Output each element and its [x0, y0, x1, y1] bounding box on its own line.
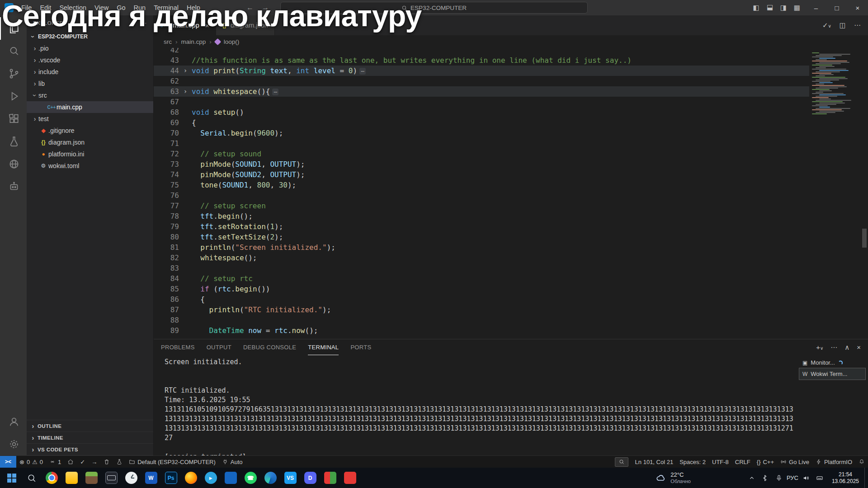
tray-chevron-up-icon[interactable] — [745, 468, 759, 488]
menu-file[interactable]: File — [17, 2, 36, 13]
code-line-89[interactable]: 89 DateTime now = rtc.now(); — [154, 325, 809, 336]
eol-indicator[interactable]: CRLF — [732, 456, 754, 468]
close-tab-icon[interactable]: × — [205, 22, 209, 29]
breadcrumb-symbol[interactable]: loop() — [224, 38, 240, 45]
code-line-63[interactable]: 63›void whitespace(){⋯ — [154, 86, 809, 97]
activitybar-search[interactable] — [0, 40, 27, 62]
activitybar-explorer[interactable] — [0, 17, 27, 40]
code-line-43[interactable]: 43//this function is as same as the last… — [154, 55, 809, 66]
code-line-85[interactable]: 85 if (rtc.begin()) — [154, 284, 809, 294]
indentation-indicator[interactable]: Spaces: 2 — [676, 456, 709, 468]
code-line-87[interactable]: 87 println("RTC initialized."); — [154, 305, 809, 315]
nav-forward-icon[interactable]: → — [262, 4, 269, 12]
editor-more-actions-icon[interactable]: ⋯ — [854, 21, 861, 29]
activitybar-testing[interactable] — [0, 130, 27, 153]
remote-indicator[interactable]: >< — [0, 456, 16, 468]
menu-edit[interactable]: Edit — [36, 2, 55, 13]
new-terminal-icon[interactable]: +∨ — [816, 343, 823, 351]
code-line-62[interactable]: 62 — [154, 76, 809, 86]
code-line-77[interactable]: 77 // setup screen — [154, 201, 809, 211]
code-line-88[interactable]: 88 — [154, 315, 809, 325]
notifications-bell[interactable] — [855, 456, 868, 468]
language-mode[interactable]: {} C++ — [754, 456, 777, 468]
taskbar-app-discord[interactable]: D — [300, 468, 320, 488]
pio-build-check-icon[interactable]: ✓∨ — [822, 21, 831, 29]
panel-tab-output[interactable]: OUTPUT — [207, 339, 231, 355]
activitybar-accounts[interactable] — [0, 410, 27, 433]
taskbar-app-app-green-red[interactable] — [320, 468, 340, 488]
code-line-44[interactable]: 44›void print(String text, int level = 0… — [154, 66, 809, 76]
code-line-70[interactable]: 70 Serial.begin(9600); — [154, 128, 809, 138]
customize-layout-icon[interactable]: ▦ — [794, 4, 800, 12]
code-line-69[interactable]: 69{ — [154, 117, 809, 128]
problems-indicator[interactable]: ⊗0 ⚠0 — [16, 456, 46, 468]
breadcrumb-file[interactable]: main.cpp — [181, 38, 206, 45]
breadcrumb-src[interactable]: src — [164, 38, 172, 45]
weather-widget[interactable]: 22°C Облачно — [656, 471, 691, 485]
menu-terminal[interactable]: Terminal — [150, 2, 183, 13]
nav-back-icon[interactable]: ← — [246, 4, 254, 12]
cursor-position[interactable]: Ln 101, Col 21 — [632, 456, 677, 468]
microphone-icon[interactable] — [772, 468, 786, 488]
taskbar-app-file-explorer[interactable] — [61, 468, 81, 488]
language-indicator[interactable]: РУС — [786, 468, 799, 488]
zoom-indicator[interactable] — [615, 457, 628, 467]
terminal-output[interactable]: Screen initialized.RTC initialized.Time:… — [154, 355, 799, 455]
bluetooth-icon[interactable] — [759, 468, 772, 488]
tree-item-diagram.json[interactable]: {}diagram.json — [27, 136, 153, 148]
taskbar-app-minecraft[interactable] — [81, 468, 101, 488]
taskbar-app-keyboard-app[interactable] — [101, 468, 121, 488]
encoding-indicator[interactable]: UTF-8 — [709, 456, 732, 468]
code-editor[interactable]: 4243//this function is as same as the la… — [154, 48, 868, 339]
taskbar-app-telegram[interactable]: ▸ — [201, 468, 221, 488]
code-line-74[interactable]: 74 pinMode(SOUND2, OUTPUT); — [154, 169, 809, 180]
tree-item-include[interactable]: ›include — [27, 66, 153, 78]
taskbar-app-app-blue[interactable] — [221, 468, 241, 488]
taskbar-app-vscode[interactable]: VS — [280, 468, 300, 488]
panel-more-icon[interactable]: ⋯ — [830, 343, 837, 352]
code-line-75[interactable]: 75 tone(SOUND1, 800, 30); — [154, 180, 809, 190]
activitybar-wokwi[interactable] — [0, 175, 27, 198]
menu-help[interactable]: Help — [183, 2, 204, 13]
taskbar-app-edge[interactable] — [260, 468, 280, 488]
code-line-81[interactable]: 81 println("Screen initialized."); — [154, 242, 809, 253]
code-line-73[interactable]: 73 pinMode(SOUND1, OUTPUT); — [154, 159, 809, 169]
panel-tab-terminal[interactable]: TERMINAL — [308, 339, 339, 355]
terminal-tab-monitor[interactable]: ▣Monitor... — [799, 357, 865, 368]
serial-port-selector[interactable]: Auto — [219, 456, 246, 468]
toggle-panel-icon[interactable]: ◧ — [766, 5, 774, 11]
code-line-84[interactable]: 84 // setup rtc — [154, 273, 809, 284]
terminal-tab-wokwiterm[interactable]: WWokwi Term... — [799, 368, 865, 380]
sidebar-section-outline[interactable]: ›OUTLINE — [27, 420, 153, 432]
taskbar-clock[interactable]: 21:54 13.06.2025 — [826, 471, 864, 485]
sidebar-more-icon[interactable]: ⋯ — [142, 20, 147, 26]
show-desktop-button[interactable] — [864, 468, 868, 488]
platformio-status[interactable]: PlatformIO — [812, 456, 855, 468]
code-line-78[interactable]: 78 tft.begin(); — [154, 211, 809, 221]
tree-item-platformio.ini[interactable]: ●platformio.ini — [27, 148, 153, 160]
activitybar-settings[interactable] — [0, 433, 27, 455]
sidebar-section-vs-code-pets[interactable]: ›VS CODE PETS — [27, 444, 153, 455]
tree-item-.pio[interactable]: ›.pio — [27, 42, 153, 54]
maximize-button[interactable]: □ — [826, 0, 847, 15]
panel-maximize-icon[interactable]: ∧ — [844, 343, 849, 352]
activitybar-source-control[interactable] — [0, 62, 27, 85]
taskbar-app-chrome[interactable] — [42, 468, 61, 488]
volume-icon[interactable] — [799, 468, 813, 488]
panel-tab-debug-console[interactable]: DEBUG CONSOLE — [243, 339, 296, 355]
minimize-button[interactable]: – — [806, 0, 826, 15]
tree-item-lib[interactable]: ›lib — [27, 78, 153, 89]
command-center[interactable]: ESP32-COMPUTER — [280, 2, 588, 14]
pio-home-button[interactable] — [64, 456, 77, 468]
pio-build-button[interactable]: ✓ — [77, 456, 88, 468]
pio-upload-button[interactable]: → — [88, 456, 100, 468]
taskbar-app-photoshop[interactable]: Ps — [161, 468, 181, 488]
code-line-76[interactable]: 76 — [154, 190, 809, 201]
tree-item-src[interactable]: ›src — [27, 89, 153, 101]
code-line-86[interactable]: 86 { — [154, 294, 809, 305]
menu-view[interactable]: View — [90, 2, 113, 13]
go-live-button[interactable]: Go Live — [777, 456, 812, 468]
code-line-71[interactable]: 71 — [154, 138, 809, 149]
taskbar-app-firefox[interactable] — [181, 468, 201, 488]
taskbar-search-button[interactable] — [22, 468, 42, 488]
